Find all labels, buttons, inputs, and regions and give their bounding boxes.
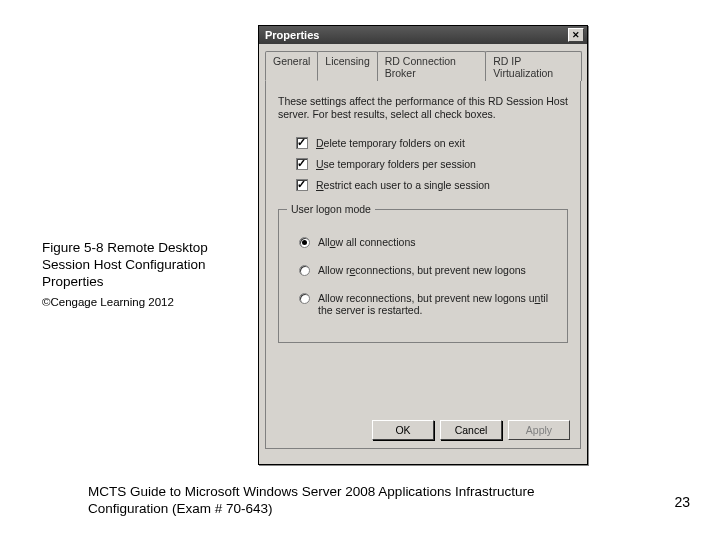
radio-label: Allow reconnections, but prevent new log…: [318, 264, 526, 276]
book-footer: MCTS Guide to Microsoft Windows Server 2…: [88, 483, 608, 518]
page-number: 23: [674, 494, 690, 510]
dialog-title: Properties: [265, 29, 319, 41]
groupbox-user-logon-mode: User logon mode Allow all connections Al…: [278, 209, 568, 343]
groupbox-title: User logon mode: [287, 203, 375, 215]
tab-panel-general: These settings affect the performance of…: [265, 81, 581, 449]
tab-rd-connection-broker[interactable]: RD Connection Broker: [377, 51, 487, 81]
tab-general[interactable]: General: [265, 51, 318, 81]
radio-allow-reconnections[interactable]: Allow reconnections, but prevent new log…: [299, 264, 557, 276]
radio-icon[interactable]: [299, 237, 310, 248]
checkbox-restrict-single-session[interactable]: Restrict each user to a single session: [296, 179, 568, 191]
radio-label: Allow all connections: [318, 236, 415, 248]
figure-title: Figure 5-8 Remote Desktop Session Host C…: [42, 240, 247, 291]
figure-copyright: ©Cengage Learning 2012: [42, 295, 247, 309]
tab-licensing[interactable]: Licensing: [317, 51, 377, 81]
apply-button[interactable]: Apply: [508, 420, 570, 440]
radio-label: Allow reconnections, but prevent new log…: [318, 292, 557, 316]
checkbox-label: Restrict each user to a single session: [316, 179, 490, 191]
checkbox-label: Use temporary folders per session: [316, 158, 476, 170]
radio-icon[interactable]: [299, 265, 310, 276]
tab-strip: General Licensing RD Connection Broker R…: [265, 50, 581, 81]
properties-dialog: Properties ✕ General Licensing RD Connec…: [258, 25, 588, 465]
checkbox-icon[interactable]: [296, 137, 308, 149]
radio-icon[interactable]: [299, 293, 310, 304]
checkbox-icon[interactable]: [296, 179, 308, 191]
close-icon[interactable]: ✕: [568, 28, 584, 42]
checkbox-use-temp-per-session[interactable]: Use temporary folders per session: [296, 158, 568, 170]
radio-allow-all[interactable]: Allow all connections: [299, 236, 557, 248]
titlebar: Properties ✕: [259, 26, 587, 44]
ok-button[interactable]: OK: [372, 420, 434, 440]
cancel-button[interactable]: Cancel: [440, 420, 502, 440]
panel-description: These settings affect the performance of…: [278, 95, 568, 121]
checkbox-delete-temp[interactable]: Delete temporary folders on exit: [296, 137, 568, 149]
checkbox-label: Delete temporary folders on exit: [316, 137, 465, 149]
tab-rd-ip-virtualization[interactable]: RD IP Virtualization: [485, 51, 582, 81]
dialog-buttons: OK Cancel Apply: [372, 420, 570, 440]
radio-allow-reconnections-until-restart[interactable]: Allow reconnections, but prevent new log…: [299, 292, 557, 316]
figure-caption: Figure 5-8 Remote Desktop Session Host C…: [42, 240, 247, 309]
checkbox-icon[interactable]: [296, 158, 308, 170]
